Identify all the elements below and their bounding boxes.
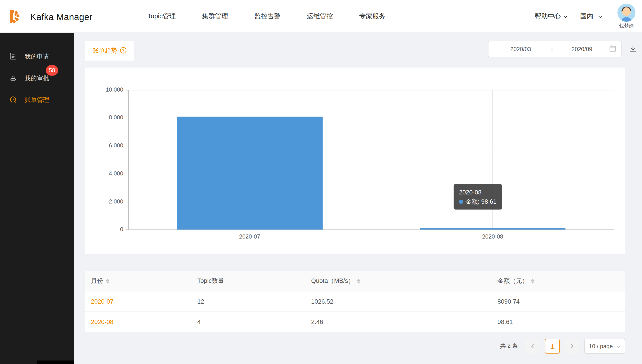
help-center-label: 帮助中心 (535, 12, 561, 20)
month-link[interactable]: 2020-08 (91, 318, 114, 325)
nav-ops-control[interactable]: 运维管控 (307, 12, 333, 20)
region-select[interactable]: 国内 (580, 12, 603, 20)
sidebar-item-label: 我的审批 (25, 74, 49, 82)
stamp-icon (9, 74, 17, 83)
app-title: Kafka Manager (30, 12, 93, 22)
x-axis-label: 2020-08 (468, 233, 517, 240)
amount-cell: 98.61 (491, 318, 625, 325)
y-axis-tick (126, 202, 128, 202)
x-axis-label: 2020-07 (225, 233, 274, 240)
total-count: 共 2 条 (500, 342, 518, 350)
download-button[interactable] (628, 44, 637, 54)
topic-count-cell: 4 (191, 318, 305, 325)
y-axis-label: 10,000 (85, 86, 123, 93)
page-button-1[interactable]: 1 (545, 339, 560, 354)
month-link[interactable]: 2020-07 (91, 298, 114, 305)
pagination: 共 2 条 1 10 / page (85, 338, 625, 355)
nav-expert-service[interactable]: 专家服务 (359, 12, 385, 20)
page-size-select[interactable]: 10 / page (584, 339, 625, 354)
user-name: 包梦婷 (619, 22, 634, 30)
table-header-row: 月份 Topic数量 Quota（MB/s） 金额（元） (85, 271, 625, 291)
quota-cell: 2.46 (305, 318, 491, 325)
sidebar-item-my-approvals[interactable]: 我的审批 58 (0, 69, 74, 87)
table-row: 2020-07 12 1026.52 8090.74 (85, 292, 625, 312)
calendar-icon (609, 45, 616, 53)
bill-table: 月份 Topic数量 Quota（MB/s） 金额（元） 2020-07 12 (85, 271, 625, 332)
y-axis-label: 6,000 (85, 142, 123, 149)
toolbar-right: 2020/03 ~ 2020/09 (488, 41, 637, 57)
chart-bar[interactable] (177, 117, 322, 230)
tab-label: 账单趋势 (93, 47, 117, 54)
series-dot-icon (459, 200, 463, 204)
sort-icon[interactable] (357, 278, 360, 284)
nav-topic-management[interactable]: Topic管理 (148, 12, 176, 20)
x-axis-line (128, 230, 614, 230)
y-axis-label: 2,000 (85, 198, 123, 204)
y-axis-line (128, 90, 129, 230)
column-header-month[interactable]: 月份 (85, 277, 191, 285)
user-menu[interactable]: 包梦婷 (617, 4, 635, 29)
y-axis-label: 0 (85, 226, 123, 232)
sort-icon[interactable] (531, 278, 534, 284)
date-separator: ~ (548, 46, 554, 52)
nav-cluster-management[interactable]: 集群管理 (202, 12, 228, 20)
tooltip-title: 2020-08 (459, 188, 496, 197)
chevron-down-icon (563, 13, 568, 20)
top-nav: Topic管理 集群管理 监控告警 运维管控 专家服务 (148, 0, 385, 33)
date-range-picker[interactable]: 2020/03 ~ 2020/09 (488, 41, 621, 57)
prev-page-button[interactable] (525, 339, 540, 354)
y-axis-tick (126, 174, 128, 174)
date-start-input[interactable]: 2020/03 (493, 46, 548, 52)
chart-card: 2020-08 金额: 98.61 02,0004,0006,0008,0001… (85, 68, 625, 254)
topic-count-cell: 12 (191, 298, 305, 305)
y-axis-label: 8,000 (85, 114, 123, 121)
next-page-button[interactable] (565, 339, 579, 354)
tab-bill-trend[interactable]: 账单趋势 ? (85, 41, 134, 60)
clipboard-icon (9, 52, 17, 61)
column-header-amount[interactable]: 金额（元） (491, 277, 625, 285)
column-header-topic-count: Topic数量 (191, 277, 305, 285)
question-circle-icon[interactable]: ? (120, 47, 127, 54)
chevron-down-icon (598, 13, 603, 20)
y-axis-tick (126, 230, 128, 230)
date-end-input[interactable]: 2020/09 (555, 46, 609, 52)
approvals-count-badge: 58 (46, 65, 58, 76)
table-row: 2020-08 4 2.46 98.61 (85, 312, 625, 332)
sidebar-footer-strip (37, 360, 74, 364)
sidebar: 我的申请 我的审批 58 账单管理 (0, 33, 74, 364)
chart-tooltip: 2020-08 金额: 98.61 (454, 184, 502, 209)
sidebar-item-label: 账单管理 (25, 96, 49, 104)
avatar (617, 4, 635, 22)
bill-meter-icon (9, 95, 17, 105)
region-label: 国内 (580, 12, 593, 20)
quota-cell: 1026.52 (305, 298, 491, 305)
nav-monitor-alert[interactable]: 监控告警 (255, 12, 281, 20)
gridline (128, 90, 614, 90)
help-center-menu[interactable]: 帮助中心 (535, 12, 568, 20)
page-size-label: 10 / page (589, 343, 613, 350)
y-axis-tick (126, 90, 128, 90)
main-content: 账单趋势 ? 2020/03 ~ 2020/09 (74, 33, 642, 364)
svg-text:?: ? (122, 48, 124, 52)
top-bar-right: 帮助中心 国内 (535, 0, 635, 33)
top-bar: Kafka Manager Topic管理 集群管理 监控告警 运维管控 专家服… (0, 0, 642, 33)
chart-bar[interactable] (420, 228, 565, 230)
column-header-quota[interactable]: Quota（MB/s） (305, 277, 491, 285)
chevron-down-icon (616, 343, 620, 350)
kafka-manager-logo-icon (6, 7, 25, 27)
y-axis-tick (126, 146, 128, 146)
sidebar-item-my-applications[interactable]: 我的申请 (0, 48, 74, 66)
sort-icon[interactable] (106, 278, 109, 284)
amount-cell: 8090.74 (491, 298, 625, 305)
sidebar-item-bill-management[interactable]: 账单管理 (0, 91, 74, 109)
page: Kafka Manager Topic管理 集群管理 监控告警 运维管控 专家服… (0, 0, 642, 364)
tooltip-value: 金额: 98.61 (459, 197, 496, 206)
y-axis-tick (126, 118, 128, 118)
sidebar-item-label: 我的申请 (25, 53, 49, 60)
y-axis-label: 4,000 (85, 170, 123, 176)
brand: Kafka Manager (6, 7, 92, 27)
